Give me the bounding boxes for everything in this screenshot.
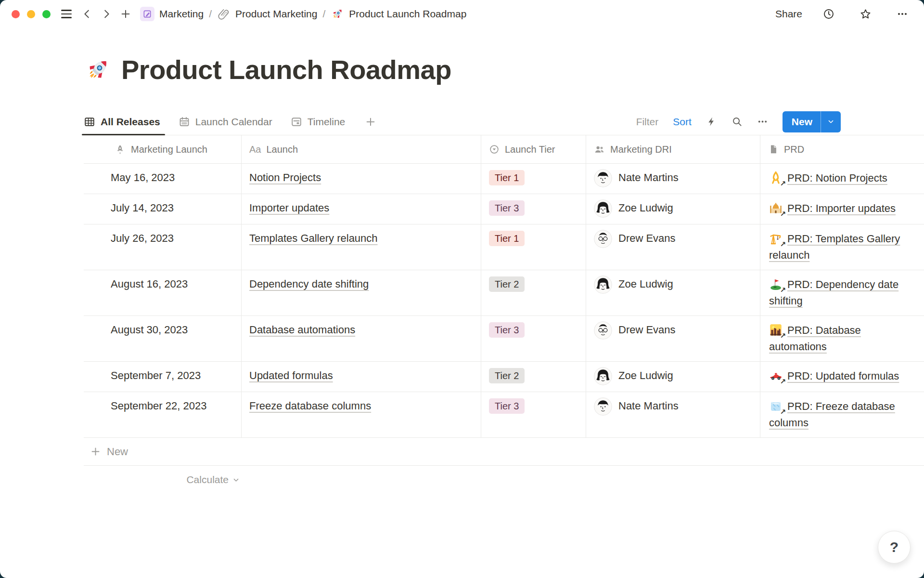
new-button-label[interactable]: New <box>783 111 821 132</box>
launch-page-link[interactable]: Database automations <box>249 324 355 336</box>
column-header-prd[interactable]: PRD <box>760 135 924 163</box>
cell-marketing-dri[interactable]: Zoe Ludwig <box>586 270 760 315</box>
table-header-row: Marketing Launch Aa Launch Launch Tier M… <box>84 135 924 164</box>
cell-marketing-launch[interactable]: July 14, 2023 <box>84 194 242 224</box>
cell-prd[interactable]: ↗PRD: Importer updates <box>760 194 924 224</box>
topbar-actions: Share <box>775 8 912 20</box>
cell-prd[interactable]: ↗PRD: Templates Gallery relaunch <box>760 224 924 270</box>
prd-page-link[interactable]: PRD: Importer updates <box>787 202 896 214</box>
tab-launch-calendar[interactable]: Launch Calendar <box>179 108 272 135</box>
cell-launch[interactable]: Dependency date shifting <box>242 270 481 315</box>
cell-marketing-launch[interactable]: September 22, 2023 <box>84 392 242 437</box>
updates-clock-icon[interactable] <box>823 8 834 20</box>
dri-name: Zoe Ludwig <box>618 200 673 216</box>
new-tab-icon[interactable] <box>120 9 131 19</box>
column-header-marketing-dri[interactable]: Marketing DRI <box>586 135 760 163</box>
breadcrumb-item-product-marketing[interactable]: Product Marketing <box>217 7 317 21</box>
cell-prd[interactable]: ↗PRD: Dependency date shifting <box>760 270 924 315</box>
cell-launch-tier[interactable]: Tier 1 <box>481 224 586 270</box>
column-label: Launch <box>266 144 298 155</box>
launch-date: July 14, 2023 <box>111 202 174 214</box>
breadcrumb-item-product-launch-roadmap[interactable]: Product Launch Roadmap <box>331 7 466 21</box>
cell-marketing-dri[interactable]: Drew Evans <box>586 316 760 361</box>
tab-timeline[interactable]: Timeline <box>291 108 346 135</box>
favorite-star-icon[interactable] <box>860 8 872 20</box>
cell-marketing-launch[interactable]: August 16, 2023 <box>84 270 242 315</box>
cell-launch-tier[interactable]: Tier 1 <box>481 164 586 194</box>
minimize-window-button[interactable] <box>27 10 35 18</box>
avatar <box>594 367 612 385</box>
tab-all-releases[interactable]: All Releases <box>84 108 160 135</box>
page-rocket-emoji[interactable] <box>84 56 112 84</box>
nav-back-icon[interactable] <box>82 9 92 19</box>
cell-launch[interactable]: Updated formulas <box>242 362 481 392</box>
cell-launch-tier[interactable]: Tier 2 <box>481 270 586 315</box>
new-row-button[interactable]: New <box>84 438 924 466</box>
launch-page-link[interactable]: Templates Gallery relaunch <box>249 232 378 244</box>
view-more-icon[interactable] <box>757 116 768 127</box>
cell-marketing-launch[interactable]: September 7, 2023 <box>84 362 242 392</box>
new-dropdown-chevron-icon[interactable] <box>821 111 841 132</box>
prd-page-link[interactable]: PRD: Notion Projects <box>787 172 887 184</box>
sidebar-toggle-icon[interactable] <box>61 10 72 18</box>
launch-page-link[interactable]: Updated formulas <box>249 369 333 381</box>
tier-badge: Tier 1 <box>489 231 525 246</box>
cell-launch-tier[interactable]: Tier 3 <box>481 392 586 437</box>
search-icon[interactable] <box>732 116 743 127</box>
more-options-icon[interactable] <box>897 8 908 20</box>
avatar <box>594 321 612 340</box>
cell-launch-tier[interactable]: Tier 3 <box>481 316 586 361</box>
new-button[interactable]: New <box>783 111 841 132</box>
cell-marketing-launch[interactable]: July 26, 2023 <box>84 224 242 270</box>
prd-page-link[interactable]: PRD: Dependency date shifting <box>769 278 898 307</box>
tier-badge: Tier 2 <box>489 368 525 383</box>
column-header-launch[interactable]: Aa Launch <box>242 135 481 163</box>
cell-launch-tier[interactable]: Tier 2 <box>481 362 586 392</box>
sort-button[interactable]: Sort <box>673 116 692 128</box>
filter-button[interactable]: Filter <box>636 116 659 128</box>
launch-page-link[interactable]: Dependency date shifting <box>249 278 369 290</box>
zoom-window-button[interactable] <box>42 10 51 18</box>
prd-page-link[interactable]: PRD: Templates Gallery relaunch <box>769 233 900 261</box>
cell-marketing-launch[interactable]: May 16, 2023 <box>84 164 242 194</box>
column-label: Marketing Launch <box>131 144 207 155</box>
launch-page-link[interactable]: Freeze database columns <box>249 400 371 412</box>
cell-marketing-dri[interactable]: Nate Martins <box>586 164 760 194</box>
add-view-icon[interactable] <box>365 117 376 127</box>
cell-marketing-dri[interactable]: Drew Evans <box>586 224 760 270</box>
prd-page-link[interactable]: PRD: Updated formulas <box>787 370 899 382</box>
traffic-lights <box>12 10 51 18</box>
cell-prd[interactable]: ↗PRD: Database automations <box>760 316 924 361</box>
column-header-marketing-launch[interactable]: Marketing Launch <box>84 135 242 163</box>
automations-bolt-icon[interactable] <box>706 116 717 127</box>
cell-launch[interactable]: Database automations <box>242 316 481 361</box>
share-button[interactable]: Share <box>775 8 802 20</box>
prd-page-link[interactable]: PRD: Freeze database columns <box>769 400 895 429</box>
cell-launch[interactable]: Notion Projects <box>242 164 481 194</box>
cell-prd[interactable]: ↗PRD: Notion Projects <box>760 164 924 194</box>
column-header-launch-tier[interactable]: Launch Tier <box>481 135 586 163</box>
cell-prd[interactable]: ↗PRD: Freeze database columns <box>760 392 924 437</box>
releases-table: Marketing Launch Aa Launch Launch Tier M… <box>84 135 924 438</box>
cell-marketing-dri[interactable]: Nate Martins <box>586 392 760 437</box>
launch-page-link[interactable]: Notion Projects <box>249 171 321 184</box>
cell-launch[interactable]: Freeze database columns <box>242 392 481 437</box>
tier-badge: Tier 3 <box>489 398 525 414</box>
breadcrumb-label: Marketing <box>159 8 204 20</box>
table-icon <box>84 116 95 128</box>
close-window-button[interactable] <box>12 10 20 18</box>
cell-launch[interactable]: Importer updates <box>242 194 481 224</box>
cell-marketing-dri[interactable]: Zoe Ludwig <box>586 362 760 392</box>
help-button[interactable]: ? <box>878 531 911 564</box>
table-row: July 26, 2023 Templates Gallery relaunch… <box>84 224 924 270</box>
calculate-button[interactable]: Calculate <box>84 466 242 494</box>
cell-marketing-dri[interactable]: Zoe Ludwig <box>586 194 760 224</box>
table-row: August 30, 2023 Database automations Tie… <box>84 316 924 362</box>
breadcrumb-item-marketing[interactable]: Marketing <box>140 7 204 21</box>
cell-launch[interactable]: Templates Gallery relaunch <box>242 224 481 270</box>
launch-page-link[interactable]: Importer updates <box>249 202 329 214</box>
cell-launch-tier[interactable]: Tier 3 <box>481 194 586 224</box>
nav-forward-icon[interactable] <box>101 9 112 19</box>
cell-marketing-launch[interactable]: August 30, 2023 <box>84 316 242 361</box>
cell-prd[interactable]: ↗PRD: Updated formulas <box>760 362 924 392</box>
